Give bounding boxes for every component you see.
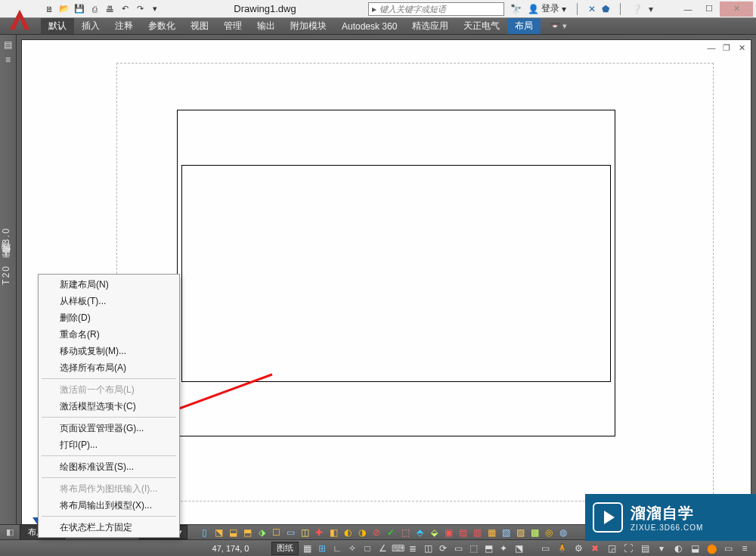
osnap-toggle-icon[interactable]: □: [361, 542, 374, 555]
tool-icon[interactable]: ▧: [500, 526, 512, 539]
tool-icon[interactable]: ☐: [270, 526, 282, 539]
status-icon[interactable]: ▭: [538, 542, 552, 555]
isolate-icon[interactable]: 🧍: [555, 542, 569, 555]
tool-icon[interactable]: ◫: [299, 526, 311, 539]
menu-from-template[interactable]: 从样板(T)...: [39, 293, 179, 309]
menu-new-layout[interactable]: 新建布局(N): [39, 276, 179, 293]
doc-close-button[interactable]: ✕: [736, 43, 748, 53]
tool-icon[interactable]: ⬓: [227, 526, 239, 539]
tool-icon[interactable]: ⬔: [212, 526, 225, 539]
maximize-button[interactable]: ☐: [699, 2, 720, 17]
qat-print-icon[interactable]: 🖶: [103, 2, 116, 16]
layouts-list-button[interactable]: ◧: [3, 527, 17, 537]
tool-icon[interactable]: ◑: [356, 526, 368, 539]
ribbon-tab-a360[interactable]: Autodesk 360: [334, 18, 404, 34]
status-icon[interactable]: ⬚: [466, 542, 480, 555]
menu-print[interactable]: 打印(P)...: [39, 436, 179, 453]
tool-icon[interactable]: ▦: [485, 526, 497, 539]
tool-icon[interactable]: ⬗: [256, 526, 268, 539]
ribbon-tab-addins[interactable]: 附加模块: [283, 18, 334, 34]
ribbon-tab-annotate[interactable]: 注释: [107, 18, 141, 34]
ribbon-tab-view[interactable]: 视图: [183, 18, 216, 34]
menu-rename[interactable]: 重命名(R): [39, 326, 179, 343]
menu-export-layout[interactable]: 将布局输出到模型(X)...: [39, 497, 179, 514]
dyn-toggle-icon[interactable]: ⌨: [391, 542, 404, 555]
qat-more-icon[interactable]: ▾: [148, 2, 162, 16]
status-icon[interactable]: ✦: [497, 542, 510, 555]
infocenter-icon[interactable]: 🔭: [510, 4, 522, 14]
coordinates-readout[interactable]: 47, 174, 0: [193, 544, 268, 553]
search-dropdown-icon[interactable]: ▸: [372, 4, 376, 14]
ribbon-tab-tangent[interactable]: 天正电气: [456, 18, 507, 34]
tool-icon[interactable]: ⬘: [414, 526, 426, 539]
status-icon[interactable]: ◐: [671, 542, 685, 555]
ortho-toggle-icon[interactable]: ∟: [330, 542, 344, 555]
ribbon-tab-manage[interactable]: 管理: [216, 18, 249, 34]
hardware-accel-icon[interactable]: ⚙: [572, 542, 585, 555]
qat-undo-icon[interactable]: ↶: [118, 2, 132, 16]
tool-icon[interactable]: ▤: [457, 526, 469, 539]
status-icon[interactable]: ▭: [721, 542, 735, 555]
qat-saveas-icon[interactable]: ⎙: [88, 2, 101, 16]
selection-cycle-icon[interactable]: ⟳: [436, 542, 450, 555]
app-menu-button[interactable]: [3, 3, 36, 36]
tool-icon[interactable]: ✓: [385, 526, 397, 539]
ribbon-tab-featured[interactable]: 精选应用: [404, 18, 456, 34]
menu-drafting-standards[interactable]: 绘图标准设置(S)...: [39, 458, 179, 475]
polar-toggle-icon[interactable]: ✧: [345, 542, 359, 555]
tool-icon[interactable]: ◍: [557, 526, 569, 539]
tool-icon[interactable]: ⊘: [370, 526, 383, 539]
tool-icon[interactable]: ◧: [327, 526, 339, 539]
ribbon-overflow-button[interactable]: 📼 ▾: [545, 18, 572, 34]
ribbon-tab-output[interactable]: 输出: [249, 18, 283, 34]
signin-button[interactable]: 👤 登录 ▾: [528, 2, 566, 15]
ribbon-tab-parametric[interactable]: 参数化: [141, 18, 183, 34]
otrack-toggle-icon[interactable]: ∠: [376, 542, 389, 555]
ribbon-tab-insert[interactable]: 插入: [74, 18, 107, 34]
help-icon[interactable]: ❔: [631, 4, 643, 14]
minimize-button[interactable]: —: [677, 2, 699, 17]
menu-select-all[interactable]: 选择所有布局(A): [39, 359, 179, 376]
lineweight-toggle-icon[interactable]: ≣: [406, 542, 420, 555]
menu-move-copy[interactable]: 移动或复制(M)...: [39, 343, 179, 359]
tool-icon[interactable]: ▭: [284, 526, 296, 539]
status-icon[interactable]: ⬤: [705, 542, 718, 555]
tool-icon[interactable]: ◐: [342, 526, 354, 539]
qat-new-icon[interactable]: 🗎: [42, 2, 56, 16]
qat-redo-icon[interactable]: ↷: [133, 2, 147, 16]
ribbon-tab-default[interactable]: 默认: [41, 18, 74, 34]
tool-icon[interactable]: ▣: [442, 526, 454, 539]
tool-icon[interactable]: ▨: [514, 526, 526, 539]
status-icon[interactable]: ⬓: [688, 542, 702, 555]
tool-icon[interactable]: ▩: [528, 526, 541, 539]
search-input[interactable]: [380, 5, 500, 14]
doc-minimize-button[interactable]: —: [705, 43, 717, 53]
status-icon[interactable]: ⬒: [482, 542, 495, 555]
viewport-border[interactable]: [181, 165, 611, 382]
exchange-icon[interactable]: ✕: [588, 4, 596, 14]
status-icon[interactable]: ▭: [451, 542, 465, 555]
tool-icon[interactable]: ✚: [313, 526, 325, 539]
status-icon[interactable]: ◲: [605, 542, 618, 555]
tool-icon[interactable]: ⬒: [241, 526, 253, 539]
status-icon[interactable]: ▾: [655, 542, 668, 555]
tool-icon[interactable]: ◎: [543, 526, 555, 539]
clean-screen-icon[interactable]: ⛶: [621, 542, 635, 555]
search-box[interactable]: ▸: [368, 2, 504, 16]
doc-restore-button[interactable]: ❐: [720, 43, 733, 53]
close-button[interactable]: ✕: [720, 2, 753, 17]
status-menu-icon[interactable]: ≡: [738, 542, 751, 555]
a360-icon[interactable]: ⬟: [602, 4, 609, 14]
status-icon[interactable]: ⬔: [512, 542, 525, 555]
menu-delete[interactable]: 删除(D): [39, 309, 179, 326]
transparency-toggle-icon[interactable]: ◫: [421, 542, 435, 555]
ribbon-tab-layout[interactable]: 布局: [507, 18, 541, 34]
customize-icon[interactable]: ▤: [638, 542, 652, 555]
menu-pin-above-status[interactable]: 在状态栏上方固定: [39, 519, 179, 536]
paper-model-toggle[interactable]: 图纸: [271, 542, 299, 555]
status-icon[interactable]: ✖: [588, 542, 602, 555]
toolbar-marker-icon[interactable]: ▤: [2, 38, 15, 51]
chevron-down-icon[interactable]: ▾: [649, 4, 653, 14]
tool-icon[interactable]: ▥: [471, 526, 483, 539]
qat-save-icon[interactable]: 💾: [73, 2, 86, 16]
